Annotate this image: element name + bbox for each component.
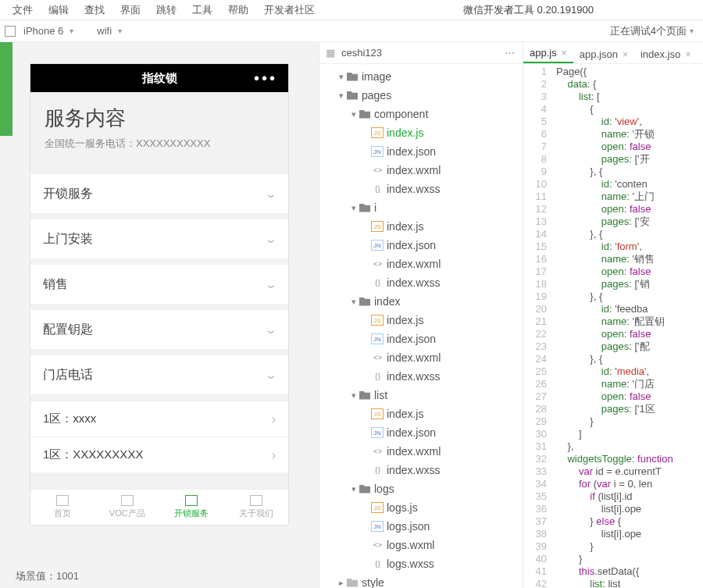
expand-icon[interactable]	[337, 91, 346, 101]
device-select[interactable]: iPhone 6 ▾	[23, 25, 73, 37]
chevron-down-icon: ⌄	[264, 323, 278, 336]
wxss-file-icon	[371, 371, 384, 382]
file-tree[interactable]: imagepagescomponentindex.jsindex.jsonind…	[319, 64, 523, 588]
tree-file[interactable]: index.json	[319, 236, 523, 255]
tree-file[interactable]: index.js	[319, 404, 523, 423]
tree-file[interactable]: logs.json	[319, 517, 523, 536]
code-area[interactable]: Page({ data: { list: [ { id: 'view', nam…	[551, 64, 673, 588]
menu-编辑[interactable]: 编辑	[41, 4, 77, 16]
service-item[interactable]: 销售⌄	[30, 265, 288, 304]
tree-file[interactable]: index.wxml	[319, 348, 523, 367]
project-name: ceshi123	[341, 47, 382, 59]
service-item[interactable]: 门店电话⌄	[30, 355, 288, 394]
tree-label: index.wxss	[387, 183, 440, 195]
tree-folder[interactable]: component	[319, 105, 523, 123]
tree-label: index.wxss	[387, 276, 440, 289]
tree-folder[interactable]: style	[319, 573, 523, 588]
tabbar-icon	[250, 495, 262, 506]
chevron-down-icon: ⌄	[264, 278, 278, 290]
tree-file[interactable]: index.wxss	[319, 461, 523, 479]
service-subitem-label: 1区：XXXXXXXXX	[43, 447, 143, 462]
tree-folder[interactable]: pages	[319, 86, 523, 105]
network-select-label: wifi	[97, 25, 112, 37]
expand-icon[interactable]	[337, 578, 346, 588]
tree-label: index.wxss	[387, 370, 440, 383]
tree-file[interactable]: index.js	[319, 217, 523, 236]
tree-label: component	[374, 108, 428, 120]
tree-file[interactable]: index.wxml	[319, 255, 523, 273]
explorer-more-icon[interactable]: ⋯	[505, 47, 516, 59]
tabbar-item[interactable]: 开锁服务	[159, 490, 224, 525]
expand-icon[interactable]	[349, 109, 359, 119]
tree-folder[interactable]: i	[319, 198, 523, 217]
close-icon[interactable]: ×	[623, 49, 628, 60]
scene-info: 场景值：1001	[16, 569, 79, 583]
tree-file[interactable]: index.js	[319, 311, 523, 330]
tree-label: index.js	[387, 127, 423, 139]
tree-file[interactable]: index.wxss	[319, 367, 523, 386]
network-select[interactable]: wifi ▾	[97, 25, 122, 37]
phone-page-title: 指纹锁	[142, 71, 177, 86]
menu-查找[interactable]: 查找	[77, 4, 112, 16]
tree-file[interactable]: index.json	[319, 330, 523, 348]
wxss-file-icon	[371, 184, 384, 194]
tree-file[interactable]: logs.wxss	[319, 554, 523, 573]
editor-tab-label: app.js	[530, 47, 557, 59]
tree-folder[interactable]: list	[319, 386, 523, 404]
menu-开发者社区[interactable]: 开发者社区	[256, 4, 323, 16]
close-icon[interactable]: ×	[562, 48, 567, 59]
editor-tab[interactable]: index.jso×	[634, 45, 697, 63]
service-item[interactable]: 开锁服务⌄	[30, 174, 288, 213]
tree-label: logs	[374, 483, 394, 495]
wxml-file-icon	[371, 446, 384, 457]
tree-file[interactable]: index.wxss	[319, 180, 523, 198]
tabbar-item[interactable]: 首页	[30, 490, 95, 525]
tabbar-icon	[185, 495, 198, 506]
simulator-panel: 指纹锁 ••• 服务内容 全国统一服务电话：XXXXXXXXXXX 开锁服务⌄上…	[0, 42, 319, 588]
menu-帮助[interactable]: 帮助	[220, 4, 256, 16]
expand-icon[interactable]	[337, 72, 346, 82]
folder-icon	[359, 483, 371, 494]
tree-folder[interactable]: index	[319, 292, 523, 311]
tabbar-item[interactable]: VOC产品	[95, 490, 160, 525]
service-subitem[interactable]: 1区：xxxx›	[30, 401, 288, 437]
tree-label: logs.js	[387, 501, 418, 514]
menu-文件[interactable]: 文件	[5, 4, 41, 16]
explorer-toggle-icon[interactable]: ▦	[326, 47, 337, 59]
editor-tab[interactable]: app.json×	[573, 45, 634, 63]
tree-folder[interactable]: image	[319, 67, 523, 86]
tree-file[interactable]: logs.js	[319, 498, 523, 517]
tree-file[interactable]: index.json	[319, 423, 523, 442]
tree-file[interactable]: logs.wxml	[319, 536, 523, 554]
menu-工具[interactable]: 工具	[184, 4, 220, 16]
expand-icon[interactable]	[349, 484, 359, 494]
device-rotate-icon[interactable]	[5, 26, 16, 37]
js-file-icon	[371, 315, 384, 326]
caret-down-icon: ▾	[690, 27, 694, 35]
close-icon[interactable]: ×	[685, 49, 691, 60]
json-file-icon	[371, 427, 384, 438]
service-item[interactable]: 上门安装⌄	[30, 219, 288, 258]
tree-label: logs.json	[387, 520, 430, 533]
wxml-file-icon	[371, 352, 384, 363]
more-icon[interactable]: •••	[254, 74, 277, 82]
tree-file[interactable]: index.wxss	[319, 273, 523, 292]
service-item[interactable]: 配置钥匙⌄	[30, 310, 288, 349]
tree-label: index.js	[387, 220, 423, 233]
folder-icon	[346, 577, 359, 588]
tree-folder[interactable]: logs	[319, 479, 523, 498]
service-subitem[interactable]: 1区：XXXXXXXXX›	[30, 437, 288, 472]
tree-file[interactable]: index.wxml	[319, 442, 523, 461]
expand-icon[interactable]	[349, 390, 359, 401]
menu-跳转[interactable]: 跳转	[148, 4, 184, 16]
expand-icon[interactable]	[349, 297, 359, 307]
tree-file[interactable]: index.wxml	[319, 161, 523, 180]
tree-file[interactable]: index.json	[319, 142, 523, 161]
folder-icon	[359, 390, 371, 401]
tree-file[interactable]: index.js	[319, 123, 523, 142]
tabbar-item[interactable]: 关于我们	[224, 490, 289, 525]
expand-icon[interactable]	[349, 203, 359, 213]
menu-界面[interactable]: 界面	[112, 4, 148, 16]
wxml-file-icon	[371, 258, 384, 269]
editor-tab[interactable]: app.js×	[523, 44, 573, 63]
